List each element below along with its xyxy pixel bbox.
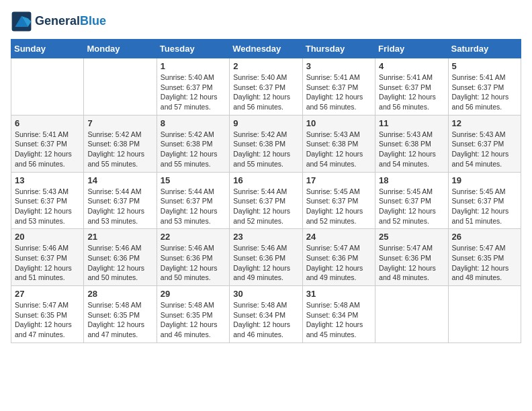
- calendar-cell: 11Sunrise: 5:43 AM Sunset: 6:38 PM Dayli…: [375, 115, 448, 172]
- day-number: 16: [233, 175, 298, 185]
- day-number: 8: [161, 118, 226, 128]
- calendar-cell: 15Sunrise: 5:44 AM Sunset: 6:37 PM Dayli…: [157, 172, 229, 229]
- logo-text: GeneralBlue: [35, 15, 106, 28]
- day-number: 20: [15, 232, 80, 242]
- day-number: 17: [306, 175, 371, 185]
- day-number: 26: [452, 232, 517, 242]
- day-number: 1: [161, 61, 226, 71]
- calendar-cell: 7Sunrise: 5:42 AM Sunset: 6:38 PM Daylig…: [84, 115, 157, 172]
- day-number: 14: [87, 175, 152, 185]
- day-number: 19: [452, 175, 517, 185]
- cell-content: Sunrise: 5:44 AM Sunset: 6:37 PM Dayligh…: [87, 187, 152, 226]
- calendar-table: SundayMondayTuesdayWednesdayThursdayFrid…: [11, 39, 521, 343]
- calendar-cell: 4Sunrise: 5:41 AM Sunset: 6:37 PM Daylig…: [375, 58, 448, 116]
- cell-content: Sunrise: 5:44 AM Sunset: 6:37 PM Dayligh…: [161, 187, 226, 226]
- day-number: 5: [452, 61, 517, 71]
- cell-content: Sunrise: 5:41 AM Sunset: 6:37 PM Dayligh…: [306, 73, 371, 112]
- calendar-cell: 25Sunrise: 5:47 AM Sunset: 6:36 PM Dayli…: [375, 229, 448, 286]
- page-header: GeneralBlue: [11, 11, 521, 32]
- calendar-cell: [375, 286, 448, 343]
- cell-content: Sunrise: 5:45 AM Sunset: 6:37 PM Dayligh…: [452, 187, 517, 226]
- cell-content: Sunrise: 5:48 AM Sunset: 6:35 PM Dayligh…: [87, 300, 152, 340]
- day-number: 13: [15, 175, 80, 185]
- day-number: 2: [233, 61, 298, 71]
- calendar-cell: 3Sunrise: 5:41 AM Sunset: 6:37 PM Daylig…: [302, 58, 375, 116]
- cell-content: Sunrise: 5:47 AM Sunset: 6:35 PM Dayligh…: [452, 243, 517, 283]
- cell-content: Sunrise: 5:42 AM Sunset: 6:38 PM Dayligh…: [87, 130, 152, 169]
- cell-content: Sunrise: 5:41 AM Sunset: 6:37 PM Dayligh…: [379, 73, 444, 112]
- calendar-cell: 27Sunrise: 5:47 AM Sunset: 6:35 PM Dayli…: [11, 286, 84, 343]
- calendar-cell: 5Sunrise: 5:41 AM Sunset: 6:37 PM Daylig…: [448, 58, 521, 116]
- calendar-cell: 22Sunrise: 5:46 AM Sunset: 6:36 PM Dayli…: [157, 229, 229, 286]
- calendar-cell: 20Sunrise: 5:46 AM Sunset: 6:37 PM Dayli…: [11, 229, 84, 286]
- day-number: 11: [379, 118, 444, 128]
- day-number: 15: [161, 175, 226, 185]
- day-number: 25: [379, 232, 444, 242]
- cell-content: Sunrise: 5:45 AM Sunset: 6:37 PM Dayligh…: [306, 187, 371, 226]
- weekday-header-thursday: Thursday: [302, 40, 375, 58]
- calendar-cell: 28Sunrise: 5:48 AM Sunset: 6:35 PM Dayli…: [84, 286, 157, 343]
- day-number: 22: [161, 232, 226, 242]
- cell-content: Sunrise: 5:40 AM Sunset: 6:37 PM Dayligh…: [233, 73, 298, 112]
- calendar-cell: 23Sunrise: 5:46 AM Sunset: 6:36 PM Dayli…: [230, 229, 302, 286]
- day-number: 12: [452, 118, 517, 128]
- cell-content: Sunrise: 5:46 AM Sunset: 6:36 PM Dayligh…: [233, 243, 298, 283]
- cell-content: Sunrise: 5:44 AM Sunset: 6:37 PM Dayligh…: [233, 187, 298, 226]
- cell-content: Sunrise: 5:41 AM Sunset: 6:37 PM Dayligh…: [452, 73, 517, 112]
- logo: GeneralBlue: [11, 11, 106, 32]
- calendar-cell: [11, 58, 84, 116]
- calendar-cell: 12Sunrise: 5:43 AM Sunset: 6:37 PM Dayli…: [448, 115, 521, 172]
- calendar-cell: [84, 58, 157, 116]
- cell-content: Sunrise: 5:48 AM Sunset: 6:35 PM Dayligh…: [161, 300, 226, 340]
- weekday-header-friday: Friday: [375, 40, 448, 58]
- cell-content: Sunrise: 5:42 AM Sunset: 6:38 PM Dayligh…: [161, 130, 226, 169]
- weekday-header-monday: Monday: [84, 40, 157, 58]
- cell-content: Sunrise: 5:41 AM Sunset: 6:37 PM Dayligh…: [15, 130, 80, 169]
- day-number: 18: [379, 175, 444, 185]
- cell-content: Sunrise: 5:43 AM Sunset: 6:38 PM Dayligh…: [379, 130, 444, 169]
- cell-content: Sunrise: 5:46 AM Sunset: 6:36 PM Dayligh…: [161, 243, 226, 283]
- day-number: 21: [87, 232, 152, 242]
- calendar-cell: 8Sunrise: 5:42 AM Sunset: 6:38 PM Daylig…: [157, 115, 229, 172]
- cell-content: Sunrise: 5:42 AM Sunset: 6:38 PM Dayligh…: [233, 130, 298, 169]
- weekday-header-sunday: Sunday: [11, 40, 84, 58]
- weekday-header-saturday: Saturday: [448, 40, 521, 58]
- cell-content: Sunrise: 5:47 AM Sunset: 6:35 PM Dayligh…: [15, 300, 80, 340]
- calendar-cell: 2Sunrise: 5:40 AM Sunset: 6:37 PM Daylig…: [230, 58, 302, 116]
- day-number: 31: [306, 289, 371, 299]
- weekday-header-row: SundayMondayTuesdayWednesdayThursdayFrid…: [11, 40, 521, 58]
- calendar-week-5: 27Sunrise: 5:47 AM Sunset: 6:35 PM Dayli…: [11, 286, 521, 343]
- weekday-header-tuesday: Tuesday: [157, 40, 229, 58]
- calendar-cell: 16Sunrise: 5:44 AM Sunset: 6:37 PM Dayli…: [230, 172, 302, 229]
- day-number: 30: [233, 289, 298, 299]
- day-number: 6: [15, 118, 80, 128]
- cell-content: Sunrise: 5:43 AM Sunset: 6:37 PM Dayligh…: [15, 187, 80, 226]
- day-number: 4: [379, 61, 444, 71]
- day-number: 24: [306, 232, 371, 242]
- calendar-cell: 17Sunrise: 5:45 AM Sunset: 6:37 PM Dayli…: [302, 172, 375, 229]
- day-number: 9: [233, 118, 298, 128]
- cell-content: Sunrise: 5:48 AM Sunset: 6:34 PM Dayligh…: [233, 300, 298, 340]
- calendar-week-4: 20Sunrise: 5:46 AM Sunset: 6:37 PM Dayli…: [11, 229, 521, 286]
- calendar-cell: 21Sunrise: 5:46 AM Sunset: 6:36 PM Dayli…: [84, 229, 157, 286]
- cell-content: Sunrise: 5:40 AM Sunset: 6:37 PM Dayligh…: [161, 73, 226, 112]
- day-number: 7: [87, 118, 152, 128]
- day-number: 29: [161, 289, 226, 299]
- logo-icon: [11, 11, 32, 32]
- calendar-week-3: 13Sunrise: 5:43 AM Sunset: 6:37 PM Dayli…: [11, 172, 521, 229]
- calendar-week-1: 1Sunrise: 5:40 AM Sunset: 6:37 PM Daylig…: [11, 58, 521, 116]
- day-number: 23: [233, 232, 298, 242]
- cell-content: Sunrise: 5:46 AM Sunset: 6:37 PM Dayligh…: [15, 243, 80, 283]
- calendar-cell: 14Sunrise: 5:44 AM Sunset: 6:37 PM Dayli…: [84, 172, 157, 229]
- calendar-cell: 18Sunrise: 5:45 AM Sunset: 6:37 PM Dayli…: [375, 172, 448, 229]
- day-number: 28: [87, 289, 152, 299]
- day-number: 3: [306, 61, 371, 71]
- cell-content: Sunrise: 5:43 AM Sunset: 6:38 PM Dayligh…: [306, 130, 371, 169]
- calendar-cell: 19Sunrise: 5:45 AM Sunset: 6:37 PM Dayli…: [448, 172, 521, 229]
- calendar-cell: 24Sunrise: 5:47 AM Sunset: 6:36 PM Dayli…: [302, 229, 375, 286]
- calendar-cell: 9Sunrise: 5:42 AM Sunset: 6:38 PM Daylig…: [230, 115, 302, 172]
- calendar-cell: 29Sunrise: 5:48 AM Sunset: 6:35 PM Dayli…: [157, 286, 229, 343]
- cell-content: Sunrise: 5:48 AM Sunset: 6:34 PM Dayligh…: [306, 300, 371, 340]
- calendar-cell: 13Sunrise: 5:43 AM Sunset: 6:37 PM Dayli…: [11, 172, 84, 229]
- calendar-cell: 10Sunrise: 5:43 AM Sunset: 6:38 PM Dayli…: [302, 115, 375, 172]
